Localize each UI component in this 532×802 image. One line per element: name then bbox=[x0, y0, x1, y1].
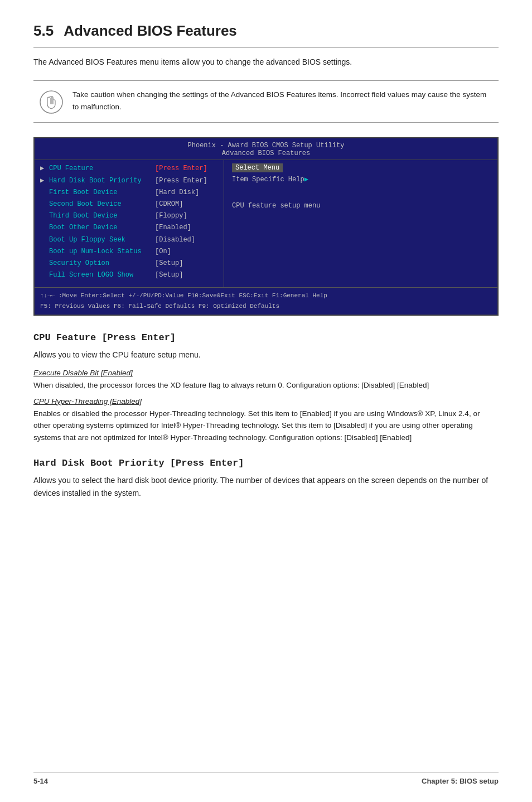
hard-disk-boot-desc: Allows you to select the hard disk boot … bbox=[33, 474, 499, 499]
bios-row: ▶CPU Feature[Press Enter] bbox=[40, 163, 218, 174]
bios-row-name: Full Screen LOGO Show bbox=[49, 270, 155, 281]
footer-chapter: Chapter 5: BIOS setup bbox=[422, 777, 499, 785]
bios-right-title: Select Menu bbox=[232, 163, 283, 172]
hyper-threading-heading: CPU Hyper-Threading [Enabled] bbox=[33, 397, 499, 405]
intro-text: The Advanced BIOS Features menu items al… bbox=[33, 56, 499, 68]
section-rule bbox=[33, 47, 499, 48]
bios-right-help: CPU feature setup menu bbox=[232, 190, 492, 211]
bios-row-name: Second Boot Device bbox=[49, 199, 155, 210]
bios-row-name: Security Option bbox=[49, 258, 155, 269]
cpu-feature-items: Execute Disable Bit [Enabled] When disab… bbox=[33, 369, 499, 443]
bios-footer-line2: F5: Previous Values F6: Fail-Safe Defaul… bbox=[40, 301, 492, 312]
bios-row: Boot up Num-Lock Status[On] bbox=[40, 247, 218, 257]
footer-page-number: 5-14 bbox=[33, 777, 48, 785]
page-footer: 5-14 Chapter 5: BIOS setup bbox=[33, 772, 499, 785]
bios-content: ▶CPU Feature[Press Enter]▶Hard Disk Boot… bbox=[35, 160, 497, 287]
bios-row-value: [Press Enter] bbox=[155, 163, 207, 174]
caution-box: Take caution when changing the settings … bbox=[33, 80, 499, 123]
cpu-feature-section: CPU Feature [Press Enter] Allows you to … bbox=[33, 332, 499, 444]
section-heading: 5.5Advanced BIOS Features bbox=[33, 22, 499, 40]
hyper-threading-desc: Enables or disabled the processor Hyper-… bbox=[33, 408, 499, 444]
bios-left-panel: ▶CPU Feature[Press Enter]▶Hard Disk Boot… bbox=[35, 160, 224, 287]
hard-disk-boot-section: Hard Disk Boot Priority [Press Enter] Al… bbox=[33, 458, 499, 499]
bios-title-line2: Advanced BIOS Features bbox=[222, 149, 310, 157]
bios-title-line1: Phoenix - Award BIOS CMOS Setup Utility bbox=[188, 142, 345, 149]
svg-point-0 bbox=[40, 91, 62, 113]
bios-row-name: Boot Other Device bbox=[49, 223, 155, 233]
bios-row-name: Boot up Num-Lock Status bbox=[49, 247, 155, 257]
bios-row: Boot Other Device[Enabled] bbox=[40, 223, 218, 233]
bios-row-value: [Floppy] bbox=[155, 211, 187, 221]
bios-right-panel: Select Menu Item Specific Help▶ CPU feat… bbox=[224, 160, 497, 287]
execute-disable-heading: Execute Disable Bit [Enabled] bbox=[33, 369, 499, 377]
bios-row-value: [Enabled] bbox=[155, 223, 191, 233]
bios-row-value: [Setup] bbox=[155, 270, 183, 281]
bios-row: Third Boot Device[Floppy] bbox=[40, 211, 218, 221]
bios-row: Boot Up Floppy Seek[Disabled] bbox=[40, 235, 218, 245]
bios-row-name: First Boot Device bbox=[49, 187, 155, 198]
bios-row: Second Boot Device[CDROM] bbox=[40, 199, 218, 210]
bios-footer: ↑↓→← :Move Enter:Select +/-/PU/PD:Value … bbox=[35, 287, 497, 314]
bios-row-value: [Press Enter] bbox=[155, 176, 207, 186]
cpu-feature-desc: Allows you to view the CPU feature setup… bbox=[33, 349, 499, 361]
bios-box: Phoenix - Award BIOS CMOS Setup Utility … bbox=[33, 137, 499, 315]
bios-row-arrow: ▶ bbox=[40, 176, 49, 186]
caution-text: Take caution when changing the settings … bbox=[72, 89, 493, 113]
bios-row: ▶Hard Disk Boot Priority[Press Enter] bbox=[40, 176, 218, 186]
section-number: 5.5 bbox=[33, 22, 54, 39]
execute-disable-desc: When disabled, the processor forces the … bbox=[33, 379, 499, 392]
caution-icon bbox=[39, 90, 64, 114]
bios-row: Security Option[Setup] bbox=[40, 258, 218, 269]
bios-row-name: CPU Feature bbox=[49, 163, 155, 174]
bios-row-arrow: ▶ bbox=[40, 163, 49, 174]
bios-title-bar: Phoenix - Award BIOS CMOS Setup Utility … bbox=[35, 138, 497, 160]
bios-footer-line1: ↑↓→← :Move Enter:Select +/-/PU/PD:Value … bbox=[40, 291, 492, 301]
bios-row-name: Third Boot Device bbox=[49, 211, 155, 221]
bios-row: First Boot Device[Hard Disk] bbox=[40, 187, 218, 198]
bios-row-value: [Hard Disk] bbox=[155, 187, 199, 198]
bios-row-value: [CDROM] bbox=[155, 199, 183, 210]
hard-disk-boot-heading: Hard Disk Boot Priority [Press Enter] bbox=[33, 458, 499, 468]
bios-row-name: Hard Disk Boot Priority bbox=[49, 176, 155, 186]
bios-row-value: [On] bbox=[155, 247, 171, 257]
bios-row: Full Screen LOGO Show[Setup] bbox=[40, 270, 218, 281]
bios-right-item-help: Item Specific Help▶ bbox=[232, 175, 492, 185]
bios-row-value: [Disabled] bbox=[155, 235, 195, 245]
bios-row-name: Boot Up Floppy Seek bbox=[49, 235, 155, 245]
cpu-feature-heading: CPU Feature [Press Enter] bbox=[33, 332, 499, 343]
bios-row-value: [Setup] bbox=[155, 258, 183, 269]
section-title: Advanced BIOS Features bbox=[64, 22, 237, 39]
